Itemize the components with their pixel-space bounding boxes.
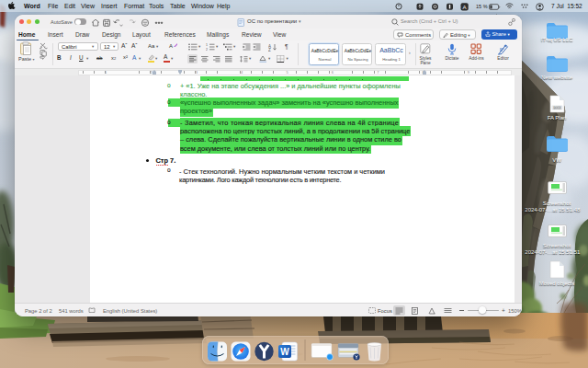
svg-text:2: 2 bbox=[206, 48, 208, 52]
svg-text:DOCX: DOCX bbox=[553, 106, 560, 109]
svg-text:W: W bbox=[280, 347, 289, 357]
svg-text:1: 1 bbox=[206, 43, 208, 47]
svg-text:Z: Z bbox=[268, 48, 271, 52]
